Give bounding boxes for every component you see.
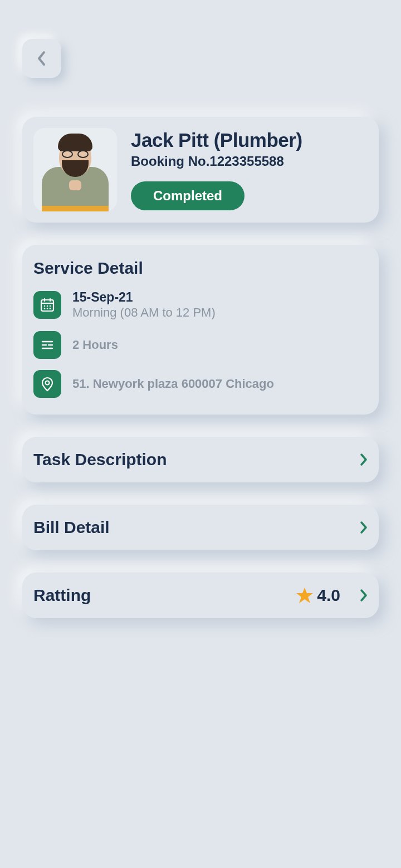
avatar [33,128,117,211]
service-duration-row: 2 Hours [33,331,368,359]
list-icon [33,331,61,359]
svg-point-14 [46,381,50,385]
svg-point-4 [44,305,46,307]
status-badge: Completed [131,181,244,210]
service-date: 15-Sep-21 [72,290,368,305]
rating-label: Ratting [33,586,91,605]
provider-card: Jack Pitt (Plumber) Booking No.122335558… [22,117,379,223]
bill-detail-row[interactable]: Bill Detail [22,505,379,550]
task-description-label: Task Description [33,450,167,469]
provider-info: Jack Pitt (Plumber) Booking No.122335558… [131,129,368,210]
chevron-right-icon [360,453,368,466]
chevron-right-icon [360,589,368,602]
service-address: 51. Newyork plaza 600007 Chicago [72,377,368,391]
star-icon [296,586,314,604]
service-timeslot: Morning (08 AM to 12 PM) [72,305,368,320]
service-address-row: 51. Newyork plaza 600007 Chicago [33,370,368,398]
rating-row[interactable]: Ratting 4.0 [22,573,379,618]
rating-value: 4.0 [317,586,340,605]
svg-point-7 [44,308,46,309]
rating-group: 4.0 [296,586,340,605]
provider-name: Jack Pitt (Plumber) [131,129,368,151]
service-detail-title: Service Detail [33,259,368,278]
location-icon [33,370,61,398]
service-detail-card: Service Detail 15-Sep-21 Morning (08 AM … [22,245,379,415]
back-button[interactable] [22,39,61,78]
svg-point-6 [50,305,51,307]
booking-number: Booking No.1223355588 [131,154,368,169]
service-date-row: 15-Sep-21 Morning (08 AM to 12 PM) [33,290,368,320]
chevron-left-icon [37,51,47,66]
task-description-row[interactable]: Task Description [22,437,379,482]
svg-point-5 [47,305,48,307]
calendar-icon [33,291,61,319]
svg-point-9 [50,308,51,309]
bill-detail-label: Bill Detail [33,518,110,537]
service-duration: 2 Hours [72,338,368,352]
chevron-right-icon [360,521,368,534]
svg-point-8 [47,308,48,309]
